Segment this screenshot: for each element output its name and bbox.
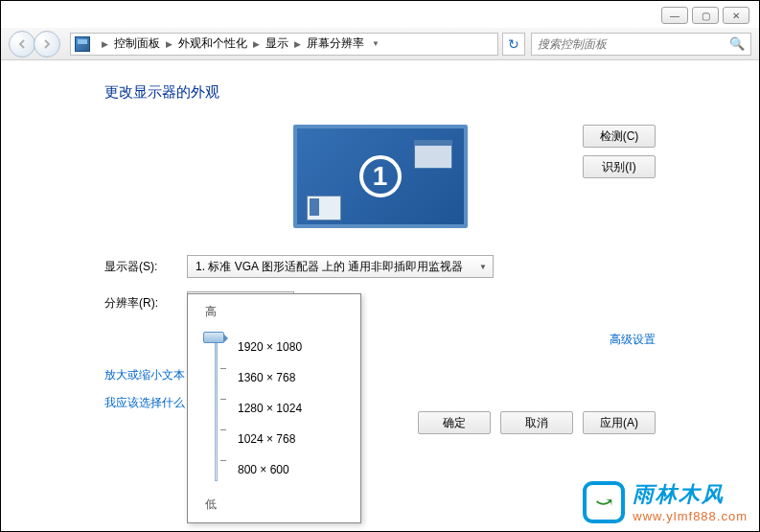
breadcrumb-item[interactable]: 显示 (265, 35, 288, 52)
watermark-logo-icon: ⤻ (583, 481, 625, 523)
resolution-option[interactable]: 1360 × 768 (238, 362, 347, 393)
apply-button[interactable]: 应用(A) (583, 411, 656, 434)
cancel-button[interactable]: 取消 (500, 411, 573, 434)
slider-line (215, 335, 218, 481)
slider-tick (220, 429, 226, 430)
breadcrumb-separator: ▶ (253, 39, 260, 49)
resolution-label: 分辨率(R): (104, 295, 187, 312)
watermark-title: 雨林木风 (633, 480, 748, 509)
close-button[interactable]: ✕ (723, 7, 749, 24)
search-input[interactable] (538, 37, 729, 51)
detect-button[interactable]: 检测(C) (583, 125, 656, 148)
monitor-preview-section: 1 检测(C) 识别(I) (104, 125, 656, 228)
breadcrumb-item[interactable]: 控制面板 (114, 35, 160, 52)
slider-low-label: 低 (205, 497, 347, 513)
display-select[interactable]: 1. 标准 VGA 图形适配器 上的 通用非即插即用监视器 (187, 255, 494, 278)
resolution-option[interactable]: 1280 × 1024 (238, 393, 347, 424)
slider-tick (220, 460, 226, 461)
resolution-dropdown-popup: 高 1920 × 1080 1360 × 768 1280 × 1024 102… (187, 293, 361, 523)
resolution-option[interactable]: 1024 × 768 (238, 424, 347, 454)
monitor-preview[interactable]: 1 (293, 125, 468, 228)
content-area: 更改显示器的外观 1 检测(C) 识别(I) 显示器(S): 1. 标准 VGA… (1, 60, 759, 531)
breadcrumb-separator: ▶ (294, 39, 301, 49)
slider-tick (220, 368, 226, 369)
display-label: 显示器(S): (104, 259, 187, 275)
resolution-slider-thumb[interactable] (203, 332, 224, 343)
ok-button[interactable]: 确定 (418, 411, 491, 434)
minimize-button[interactable]: — (661, 7, 688, 24)
breadcrumb-item[interactable]: 外观和个性化 (178, 35, 247, 52)
slider-high-label: 高 (205, 304, 347, 320)
search-icon[interactable]: 🔍 (729, 36, 745, 51)
breadcrumb-item[interactable]: 屏幕分辨率 (307, 35, 364, 52)
monitor-number-badge: 1 (359, 155, 402, 197)
resolution-option[interactable]: 1920 × 1080 (238, 332, 347, 362)
search-box[interactable]: 🔍 (531, 33, 751, 56)
breadcrumb-dropdown-icon[interactable]: ▼ (372, 39, 380, 48)
slider-tick (220, 399, 226, 400)
back-arrow-icon (16, 38, 28, 50)
refresh-button[interactable]: ↻ (502, 33, 525, 56)
control-panel-icon (75, 36, 90, 52)
forward-button[interactable] (34, 31, 60, 58)
display-select-value: 1. 标准 VGA 图形适配器 上的 通用非即插即用监视器 (196, 259, 463, 275)
breadcrumb[interactable]: ▶ 控制面板 ▶ 外观和个性化 ▶ 显示 ▶ 屏幕分辨率 ▼ (70, 33, 498, 56)
watermark-url: www.ylmf888.com (633, 509, 748, 523)
toolbar: ▶ 控制面板 ▶ 外观和个性化 ▶ 显示 ▶ 屏幕分辨率 ▼ ↻ 🔍 (1, 28, 759, 60)
preview-window-icon (414, 140, 452, 169)
refresh-icon: ↻ (508, 36, 519, 52)
resolution-option[interactable]: 800 × 600 (238, 454, 347, 485)
identify-button[interactable]: 识别(I) (583, 155, 656, 178)
watermark: ⤻ 雨林木风 www.ylmf888.com (583, 480, 748, 523)
resolution-slider-track[interactable] (201, 332, 230, 485)
page-title: 更改显示器的外观 (104, 83, 656, 102)
forward-arrow-icon (41, 38, 53, 50)
preview-window-icon (307, 196, 341, 220)
breadcrumb-separator: ▶ (166, 39, 173, 49)
advanced-settings-link[interactable]: 高级设置 (610, 333, 656, 346)
maximize-button[interactable]: ▢ (692, 7, 719, 24)
back-button[interactable] (9, 31, 35, 58)
breadcrumb-separator: ▶ (102, 39, 108, 49)
